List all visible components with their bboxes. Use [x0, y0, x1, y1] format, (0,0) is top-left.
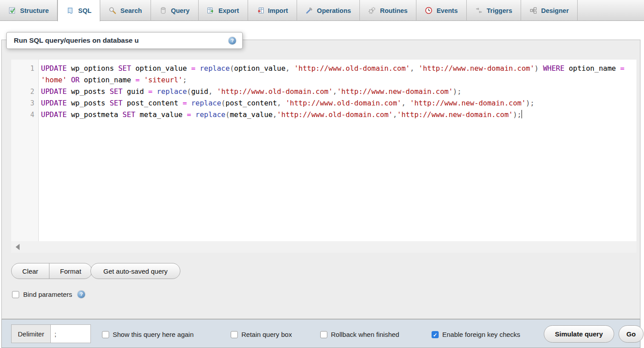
page-title: Run SQL query/queries on database u [14, 36, 228, 45]
tab-label: Triggers [487, 7, 512, 14]
option-show-query-again: Show this query here again [102, 331, 194, 338]
code-line: 'home' OR option_name = 'siteurl'; [11, 74, 636, 86]
tab-structure[interactable]: Structure [0, 0, 57, 21]
query-options-footer: Delimiter Simulate query Go Show this qu… [1, 319, 640, 348]
import-icon [257, 7, 264, 14]
tab-label: Import [268, 7, 288, 14]
show-query-again-label: Show this query here again [113, 331, 194, 338]
text-cursor [522, 110, 522, 118]
tab-sql[interactable]: SQL [57, 0, 100, 21]
option-retain-query-box: Retain query box [231, 331, 292, 338]
tab-label: Export [219, 7, 239, 14]
sql-icon [66, 7, 74, 15]
show-query-again-checkbox[interactable] [102, 331, 109, 338]
export-icon [207, 7, 215, 14]
get-autosaved-query-button[interactable]: Get auto-saved query [90, 263, 180, 279]
tab-label: Search [120, 7, 142, 14]
line-number: 4 [11, 109, 39, 121]
tab-label: Operations [317, 7, 351, 14]
tab-search[interactable]: Search [100, 0, 151, 21]
simulate-query-button[interactable]: Simulate query [544, 325, 614, 343]
routines-icon [368, 7, 376, 14]
help-icon[interactable]: ? [77, 291, 85, 298]
line-number: 3 [11, 97, 39, 109]
sql-code: 1UPDATE wp_options SET option_value = re… [11, 63, 636, 121]
go-button[interactable]: Go [619, 325, 644, 343]
sql-editor[interactable]: 1UPDATE wp_options SET option_value = re… [11, 60, 636, 241]
tab-label: Events [436, 7, 458, 14]
code-line: 3UPDATE wp_posts SET post_content = repl… [11, 97, 636, 109]
help-icon[interactable]: ? [228, 37, 236, 45]
format-button[interactable]: Format [49, 263, 92, 279]
clear-button[interactable]: Clear [12, 263, 49, 279]
tab-bar: StructureSQLSearchQueryExportImportOpera… [0, 0, 644, 21]
code-line: 1UPDATE wp_options SET option_value = re… [11, 63, 636, 74]
rollback-when-finished-label: Rollback when finished [331, 331, 399, 338]
tab-export[interactable]: Export [199, 0, 248, 21]
tab-label: Structure [20, 7, 49, 14]
delimiter-group: Delimiter [11, 324, 91, 343]
tab-import[interactable]: Import [248, 0, 297, 21]
events-icon [425, 7, 432, 14]
tab-label: Query [171, 7, 190, 14]
triggers-icon [475, 7, 483, 14]
tab-designer[interactable]: Designer [521, 0, 578, 21]
tab-operations[interactable]: Operations [297, 0, 360, 21]
bind-parameters-row: Bind parameters ? [12, 291, 85, 298]
retain-query-box-label: Retain query box [241, 331, 292, 338]
tab-events[interactable]: Events [416, 0, 467, 21]
tab-triggers[interactable]: Triggers [467, 0, 521, 21]
code-line: 2UPDATE wp_posts SET guid = replace(guid… [11, 86, 636, 97]
bind-parameters-label: Bind parameters [23, 291, 72, 298]
operations-icon [306, 7, 313, 14]
tab-query[interactable]: Query [151, 0, 199, 21]
tab-label: Designer [541, 7, 569, 14]
option-enable-foreign-key-checks: ✓Enable foreign key checks [432, 331, 520, 338]
option-rollback-when-finished: Rollback when finished [320, 331, 399, 338]
line-number [11, 74, 39, 86]
designer-icon [530, 7, 537, 14]
editor-button-group: Clear Format [11, 263, 92, 279]
tab-label: SQL [78, 7, 91, 14]
retain-query-box-checkbox[interactable] [231, 331, 238, 338]
code-line: 4UPDATE wp_postmeta SET meta_value = rep… [11, 109, 636, 121]
line-number: 2 [11, 86, 39, 97]
enable-foreign-key-checks-checkbox[interactable]: ✓ [432, 331, 439, 338]
delimiter-input[interactable] [51, 324, 91, 343]
bind-parameters-checkbox[interactable] [12, 291, 19, 298]
scroll-left-arrow-icon[interactable] [16, 244, 20, 250]
delimiter-label: Delimiter [11, 324, 51, 343]
editor-horizontal-scrollbar[interactable] [11, 241, 636, 253]
search-icon [109, 7, 116, 14]
tab-routines[interactable]: Routines [360, 0, 416, 21]
sql-form-panel: 1UPDATE wp_options SET option_value = re… [1, 40, 640, 319]
structure-icon [8, 7, 16, 14]
rollback-when-finished-checkbox[interactable] [320, 331, 327, 338]
query-panel-header: Run SQL query/queries on database u ? [6, 32, 243, 49]
line-number: 1 [11, 63, 39, 74]
query-icon [159, 7, 167, 14]
tab-label: Routines [380, 7, 408, 14]
enable-foreign-key-checks-label: Enable foreign key checks [442, 331, 520, 338]
